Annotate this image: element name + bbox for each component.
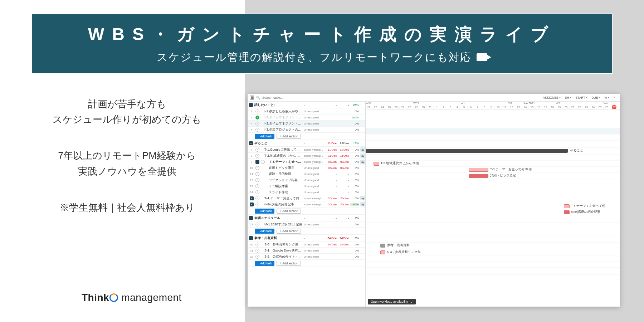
check-icon[interactable]: ✓ [261, 160, 265, 164]
add-task-button[interactable]: + Add task [255, 209, 274, 214]
search-input[interactable] [262, 96, 305, 99]
task-row[interactable]: +✓note|講座の紹介記事asami yanagi...20/Jan20/Ja… [248, 201, 365, 208]
col-start[interactable]: START▾ [574, 96, 588, 99]
filter-icon[interactable]: ▾ [586, 96, 587, 99]
day-cell: 23 [583, 106, 590, 109]
add-task-button[interactable]: + Add task [255, 229, 274, 234]
gantt-bar-label: note|講座の紹介記事 [571, 210, 600, 214]
task-row[interactable]: 14✓スライド作成Unassigned--0% [248, 189, 365, 195]
section-name: 会議スケジュール [254, 216, 302, 220]
col-assignee[interactable]: ASSIGNEE▾ [542, 96, 561, 99]
collapse-icon[interactable]: − [255, 160, 259, 164]
task-row[interactable]: +✓T-4.テーマ：お金って何 W...asami yanagi...20/Ja… [248, 195, 365, 201]
collapse-icon[interactable]: − [249, 103, 253, 107]
add-task-button[interactable]: + Add task [255, 134, 274, 139]
check-icon[interactable]: ✓ [255, 249, 259, 253]
check-icon[interactable]: ✓ [255, 109, 259, 113]
add-section-button[interactable]: + Add section [277, 134, 301, 139]
add-task-button[interactable]: + Add task [255, 261, 274, 266]
filter-icon[interactable]: ▾ [559, 96, 561, 99]
task-row[interactable]: 12✓ワークショップ内容考案Unassigned--0% [248, 177, 365, 183]
check-icon[interactable]: ✓ [255, 148, 259, 152]
task-row[interactable]: 9−✓T-3.テーマ：お金って何 準備asami yanagi...06/Jan… [248, 159, 365, 165]
col-eh[interactable]: EH▾ [564, 96, 572, 99]
task-row[interactable]: 27✓M-1.2020年12月22日 定例Unassigned--0% [248, 221, 365, 228]
day-cell: 13 [515, 106, 522, 109]
expand-all-button[interactable]: ▦ [250, 96, 254, 100]
check-icon[interactable]: ✓ [255, 255, 259, 259]
gantt-bar-section[interactable] [380, 244, 385, 248]
expand-icon[interactable]: + [250, 203, 254, 206]
check-icon[interactable]: ✓ [255, 243, 259, 247]
gantt-bar[interactable] [564, 204, 570, 208]
check-icon[interactable]: ✓ [255, 223, 259, 226]
check-icon[interactable]: ✓ [255, 190, 259, 194]
task-name: 課題・目的整理 [261, 172, 302, 176]
gantt-bar-label: T-3.テーマ：お金って何 準備 [490, 167, 532, 172]
filter-icon[interactable]: ▾ [599, 96, 600, 99]
col-pct[interactable]: %▾ [603, 96, 610, 99]
gantt-bar[interactable] [380, 250, 385, 254]
task-row[interactable]: 13✓ミニ解説考案Unassigned--0% [248, 183, 365, 189]
task-row[interactable]: 10✓詳細トピック選定Unassigned06/Jan08/Jan0% [248, 165, 365, 171]
check-icon[interactable]: ✓ [255, 166, 259, 170]
task-name: T-4.テーマ：お金って何 W... [261, 196, 302, 201]
gantt-bar-section[interactable] [366, 149, 568, 153]
check-icon[interactable]: ✓ [255, 184, 259, 188]
col-due[interactable]: DUE▾ [590, 96, 601, 99]
task-row[interactable]: 31✓S-1．Google Drive共有フォ...Unassigned--0% [248, 248, 365, 254]
collapse-left-button[interactable]: ← [613, 96, 618, 99]
collapse-icon[interactable]: − [249, 236, 253, 240]
drag-handle-icon[interactable]: ≡ [249, 122, 254, 125]
add-section-button[interactable]: + Add section [277, 209, 301, 214]
collapse-icon[interactable]: − [249, 216, 253, 220]
avatar: ay [360, 147, 365, 152]
gantt-chart-pane[interactable]: W52W53W1W2W3W4 Jan 2021 2223242526272829… [366, 102, 620, 307]
gantt-bar[interactable] [564, 210, 570, 214]
check-icon[interactable]: ✓ [255, 122, 259, 126]
check-icon[interactable]: ✓ [255, 172, 259, 176]
check-icon[interactable]: ✓ [255, 203, 259, 206]
day-cell: 5 [461, 106, 468, 109]
task-row[interactable]: 30✓S-3．参考資料リンク集Unassigned24/Dec24/Dec0% [248, 241, 365, 248]
section-row[interactable]: − 話したいこと: --- 25% [248, 102, 365, 108]
task-row[interactable]: 1✓I-1.参加した各個人がやりた...Unassigned--0% [248, 108, 365, 114]
open-workload-button[interactable]: Open workload availability⌄ [368, 299, 416, 304]
filter-icon[interactable]: ▾ [608, 96, 609, 99]
expand-icon[interactable]: + [250, 196, 254, 200]
check-done-icon[interactable]: ✓ [255, 116, 259, 119]
copy-line: 実践ノウハウを全提供 [27, 164, 227, 179]
task-row[interactable]: 8✓T-2.地域通貨のじかん 準備asami yanagi...23/Dec23… [248, 153, 365, 159]
add-section-button[interactable]: + Add section [277, 261, 301, 266]
section-row[interactable]: − 参考・共有資料 -24/Dec24/Dec 0% [248, 235, 365, 241]
section-row[interactable]: − 会議スケジュール --- 0% [248, 215, 365, 221]
day-cell: 25 [597, 106, 604, 109]
collapse-icon[interactable]: − [249, 141, 253, 145]
gantt-bar[interactable] [469, 174, 488, 178]
check-icon[interactable]: ✓ [255, 128, 259, 132]
check-icon[interactable]: ✓ [255, 196, 259, 200]
day-cell: 16 [536, 106, 542, 109]
section-row[interactable]: − やること -11/Dec20/Jan 16% [248, 140, 365, 147]
hero-banner: WBS・ガントチャート作成の実演ライブ スケジュール管理の解説付き、フルリモート… [31, 14, 613, 74]
day-cell: 22 [366, 106, 372, 109]
day-cell: 31 [427, 106, 434, 109]
gantt-bar[interactable] [374, 162, 379, 166]
check-icon[interactable]: ✓ [255, 178, 259, 182]
add-section-button[interactable]: + Add section [277, 229, 301, 234]
task-row[interactable]: 4✓I-3.参加プロジェクトの選定Unassigned--0% [248, 127, 365, 133]
filter-icon[interactable]: ▾ [570, 96, 571, 99]
task-row[interactable]: 11✓課題・目的整理Unassigned--0% [248, 171, 365, 177]
brand-logo: Think management [82, 292, 182, 303]
check-icon[interactable]: ✓ [255, 154, 259, 158]
day-cell: 27 [400, 106, 406, 109]
task-row[interactable]: 2✓I-2.タイムマネジメントの方...Unassigned--100% [248, 114, 365, 121]
today-marker: 27 [612, 105, 616, 109]
section-pct: 25% [350, 103, 359, 107]
gantt-bar[interactable] [469, 168, 488, 172]
week-cell: W53 [413, 102, 419, 105]
task-row[interactable]: 7✓T-1.Google広告出してみるasami yanagi...11/Dec… [248, 147, 365, 153]
task-row[interactable]: 32✓S-2．公式Webサイト・SNS...Unassigned--0% [248, 254, 365, 260]
gantt-bar-label: 参考・共有資料 [387, 243, 410, 248]
task-row-selected[interactable]: ≡✓I-2.タイムマネジメントの解...Unassigned--0% [248, 121, 365, 127]
